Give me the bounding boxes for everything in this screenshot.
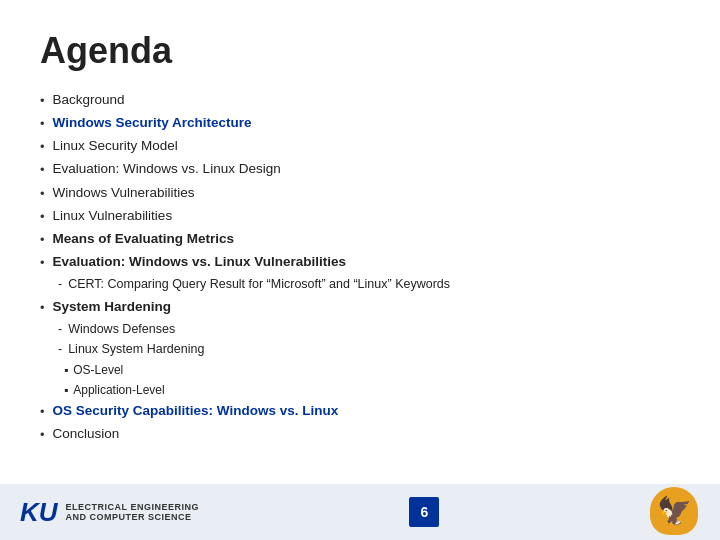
bullet-dot-2: •: [40, 114, 45, 134]
sub-sub-dot-1: ▪: [64, 361, 68, 380]
ku-text: ELECTRICAL ENGINEERING AND COMPUTER SCIE…: [66, 502, 199, 522]
jayhawk-mascot: 🦅: [650, 487, 700, 537]
bullet-text-8: Evaluation: Windows vs. Linux Vulnerabil…: [53, 252, 346, 273]
bullet-windows-security: • Windows Security Architecture: [40, 113, 680, 134]
bullet-text-conclusion: Conclusion: [53, 424, 120, 445]
sub-item-cert: - CERT: Comparing Query Result for “Micr…: [58, 275, 680, 294]
ku-letters: KU: [20, 497, 58, 528]
bullet-linux-security: • Linux Security Model: [40, 136, 680, 157]
sub-sub-text-os: OS-Level: [73, 361, 123, 380]
bullet-text-hardening: System Hardening: [53, 297, 172, 318]
bullet-dot-1: •: [40, 91, 45, 111]
bullet-text-4: Evaluation: Windows vs. Linux Design: [53, 159, 281, 180]
logo-area: KU ELECTRICAL ENGINEERING AND COMPUTER S…: [20, 497, 199, 528]
bullet-text-6: Linux Vulnerabilities: [53, 206, 173, 227]
sub-sub-dot-2: ▪: [64, 381, 68, 400]
bullet-text-7: Means of Evaluating Metrics: [53, 229, 235, 250]
bullet-text-os: OS Security Capabilities: Windows vs. Li…: [53, 401, 339, 422]
slide: Agenda • Background • Windows Security A…: [0, 0, 720, 540]
bullet-text-1: Background: [53, 90, 125, 111]
sub-text-cert: CERT: Comparing Query Result for “Micros…: [68, 275, 450, 294]
bullet-dot-5: •: [40, 184, 45, 204]
bullet-os-security: • OS Security Capabilities: Windows vs. …: [40, 401, 680, 422]
bullet-evaluation-design: • Evaluation: Windows vs. Linux Design: [40, 159, 680, 180]
sub-dash-3: -: [58, 340, 62, 359]
bullet-dot-hardening: •: [40, 298, 45, 318]
bullet-means-evaluating: • Means of Evaluating Metrics: [40, 229, 680, 250]
sub-sub-item-app: ▪ Application-Level: [64, 381, 680, 400]
sub-list-hardening: - Windows Defenses - Linux System Harden…: [40, 320, 680, 360]
bullet-text-5: Windows Vulnerabilities: [53, 183, 195, 204]
sub-sub-text-app: Application-Level: [73, 381, 164, 400]
main-bullet-list: • Background • Windows Security Architec…: [40, 90, 680, 273]
bullet-background: • Background: [40, 90, 680, 111]
sub-sub-list: ▪ OS-Level ▪ Application-Level: [40, 361, 680, 399]
ku-logo: KU ELECTRICAL ENGINEERING AND COMPUTER S…: [20, 497, 199, 528]
bullet-linux-vuln: • Linux Vulnerabilities: [40, 206, 680, 227]
bullet-dot-7: •: [40, 230, 45, 250]
slide-footer: KU ELECTRICAL ENGINEERING AND COMPUTER S…: [0, 484, 720, 540]
sub-text-linux-hardening: Linux System Hardening: [68, 340, 204, 359]
ku-text-line2: AND COMPUTER SCIENCE: [66, 512, 199, 522]
bullet-text-3: Linux Security Model: [53, 136, 178, 157]
slide-content: • Background • Windows Security Architec…: [40, 90, 680, 445]
ku-text-line1: ELECTRICAL ENGINEERING: [66, 502, 199, 512]
sub-sub-item-os: ▪ OS-Level: [64, 361, 680, 380]
bullet-text-2: Windows Security Architecture: [53, 113, 252, 134]
bullet-list-last: • OS Security Capabilities: Windows vs. …: [40, 401, 680, 445]
sub-dash-1: -: [58, 275, 62, 294]
bullet-dot-conclusion: •: [40, 425, 45, 445]
bullet-conclusion: • Conclusion: [40, 424, 680, 445]
slide-title: Agenda: [40, 30, 680, 72]
bullet-dot-8: •: [40, 253, 45, 273]
sub-text-windows-defenses: Windows Defenses: [68, 320, 175, 339]
bullet-system-hardening: • System Hardening: [40, 297, 680, 318]
bullet-dot-os: •: [40, 402, 45, 422]
sub-item-windows-defenses: - Windows Defenses: [58, 320, 680, 339]
bullet-dot-4: •: [40, 160, 45, 180]
sub-dash-2: -: [58, 320, 62, 339]
bullet-windows-vuln: • Windows Vulnerabilities: [40, 183, 680, 204]
ku-logo-top: KU ELECTRICAL ENGINEERING AND COMPUTER S…: [20, 497, 199, 528]
jayhawk-shape: 🦅: [650, 487, 698, 535]
sub-list-cert: - CERT: Comparing Query Result for “Micr…: [40, 275, 680, 294]
bullet-list-hardening: • System Hardening: [40, 297, 680, 318]
bullet-evaluation-vuln: • Evaluation: Windows vs. Linux Vulnerab…: [40, 252, 680, 273]
sub-item-linux-hardening: - Linux System Hardening: [58, 340, 680, 359]
bullet-dot-6: •: [40, 207, 45, 227]
page-number: 6: [409, 497, 439, 527]
bullet-dot-3: •: [40, 137, 45, 157]
